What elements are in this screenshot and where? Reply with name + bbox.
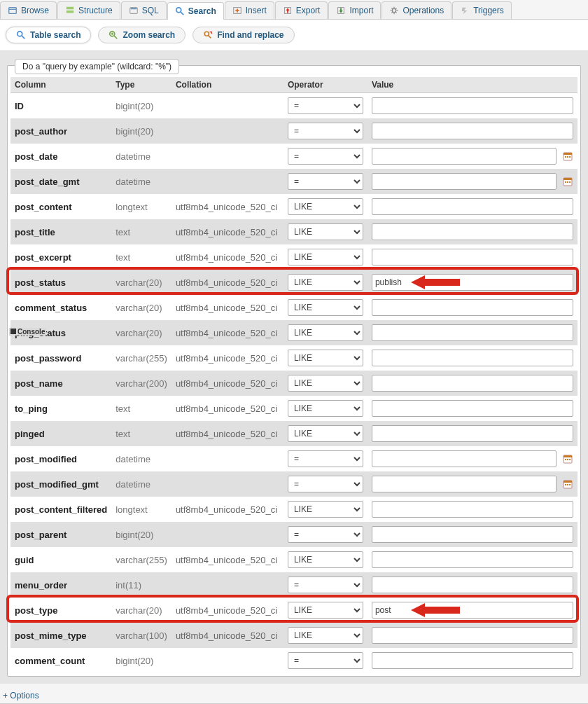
column-type: longtext [111,497,172,522]
calendar-icon[interactable] [562,478,573,490]
subtab-zoom-search[interactable]: Zoom search [98,27,186,43]
value-input[interactable] [372,652,573,669]
svg-rect-31 [565,181,566,183]
calendar-icon[interactable] [562,176,573,187]
column-collation [172,169,284,194]
tab-sql[interactable]: SQL [121,1,167,19]
svg-rect-32 [567,181,568,183]
column-name: post_title [10,219,111,244]
operator-select[interactable]: = [288,526,363,543]
operator-select[interactable]: LIKE [288,602,363,619]
value-input[interactable] [372,526,573,543]
operator-select[interactable]: LIKE [288,223,363,240]
subtab-table-search[interactable]: Table search [6,27,91,43]
value-input[interactable] [372,249,573,265]
column-type: bigint(20) [111,522,172,547]
operator-select[interactable]: LIKE [288,274,363,291]
column-type: bigint(20) [111,648,172,673]
value-input[interactable] [372,577,573,593]
operator-select[interactable]: LIKE [288,249,363,265]
column-name: post_mime_type [10,623,111,648]
operator-select[interactable]: LIKE [288,375,363,392]
operator-select[interactable]: LIKE [288,400,363,417]
operator-select[interactable]: LIKE [288,324,363,341]
value-input[interactable] [372,375,573,392]
operator-select[interactable]: = [288,173,363,190]
operator-select[interactable]: LIKE [288,551,363,568]
tab-label: SQL [142,6,159,15]
svg-line-17 [22,36,24,39]
column-name: post_date [10,144,111,169]
tab-operations[interactable]: Operations [382,1,451,19]
value-input[interactable] [372,324,573,341]
header-type: Type [111,77,172,93]
console-icon [10,329,16,334]
tab-insert[interactable]: Insert [225,1,274,19]
tab-search[interactable]: Search [167,2,224,20]
operator-select[interactable]: = [288,123,363,139]
value-input[interactable] [372,501,573,518]
operator-select[interactable]: = [288,450,363,467]
value-input[interactable] [372,450,556,467]
value-input[interactable] [372,425,573,442]
svg-rect-41 [564,481,572,483]
value-input[interactable] [372,173,556,190]
value-input[interactable] [372,299,573,316]
operator-select[interactable]: LIKE [288,425,363,442]
value-input[interactable] [372,350,573,366]
operator-select[interactable]: = [288,652,363,669]
svg-rect-3 [66,11,74,13]
column-collation: utf8mb4_unicode_520_ci [172,623,284,648]
column-collation [172,118,284,144]
value-input[interactable] [372,148,556,165]
calendar-icon[interactable] [562,151,573,162]
operator-select[interactable]: = [288,577,363,593]
operator-select[interactable]: LIKE [288,299,363,316]
value-input[interactable] [372,274,573,291]
operator-select[interactable]: LIKE [288,627,363,644]
operator-select[interactable]: LIKE [288,501,363,518]
value-input[interactable] [372,123,573,139]
value-input[interactable] [372,400,573,417]
value-input[interactable] [372,476,556,492]
column-type: text [111,244,172,270]
main-tabs: BrowseStructureSQLSearchInsertExportImpo… [0,0,588,20]
svg-line-23 [209,35,211,38]
svg-point-6 [176,8,181,13]
column-collation: utf8mb4_unicode_520_ci [172,345,284,371]
options-link[interactable]: + Options [0,684,588,703]
tab-export[interactable]: Export [275,1,328,19]
value-input[interactable] [372,602,573,619]
svg-marker-12 [286,8,289,13]
column-name: menu_order [10,572,111,598]
table-row: pingedtextutf8mb4_unicode_520_ciLIKE [10,421,578,446]
console-marker[interactable]: Console [9,328,46,336]
value-input[interactable] [372,97,573,114]
operator-select[interactable]: = [288,476,363,492]
column-name: post_date_gmt [10,169,111,194]
operator-select[interactable]: LIKE [288,350,363,366]
operator-select[interactable]: = [288,148,363,165]
value-input[interactable] [372,198,573,215]
svg-rect-25 [564,153,572,155]
tab-import[interactable]: Import [328,1,381,19]
table-row: post_parentbigint(20)= [10,522,578,547]
table-row: menu_orderint(11)= [10,572,578,598]
column-collation: utf8mb4_unicode_520_ci [172,295,284,320]
subtab-find-replace[interactable]: Find and replace [192,27,294,43]
operator-select[interactable]: LIKE [288,198,363,215]
tab-structure[interactable]: Structure [57,1,120,19]
tab-label: Export [296,6,321,15]
svg-rect-2 [66,7,74,10]
value-input[interactable] [372,551,573,568]
column-type: datetime [111,471,172,497]
value-input[interactable] [372,223,573,240]
svg-marker-14 [340,8,343,13]
fieldset-legend: Do a "query by example" (wildcard: "%") [15,59,179,74]
calendar-icon[interactable] [562,453,573,464]
tab-triggers[interactable]: Triggers [452,1,512,19]
tab-browse[interactable]: Browse [0,1,57,19]
operator-select[interactable]: = [288,97,363,114]
column-name: post_password [10,345,111,371]
value-input[interactable] [372,627,573,644]
